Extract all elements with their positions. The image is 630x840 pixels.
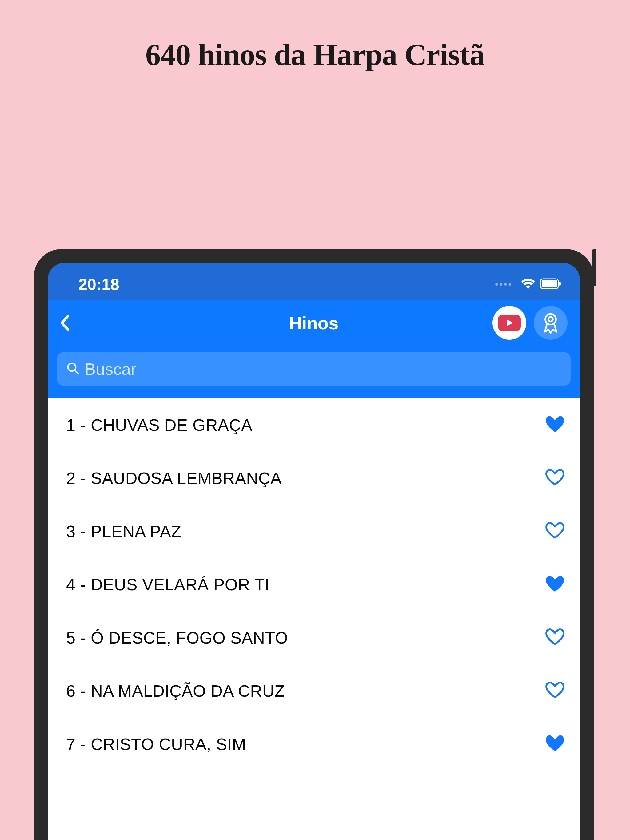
- youtube-button[interactable]: [492, 306, 526, 340]
- hymn-label: 7 - CRISTO CURA, SIM: [66, 734, 246, 753]
- hymn-label: 1 - CHUVAS DE GRAÇA: [66, 415, 253, 434]
- battery-icon: [540, 278, 561, 291]
- svg-rect-1: [542, 280, 557, 287]
- device-notch: [592, 249, 596, 286]
- device-frame: 20:18 •••• Hinos: [34, 249, 594, 840]
- page-title: Hinos: [289, 313, 339, 333]
- heart-filled-icon[interactable]: [545, 734, 565, 753]
- status-bar: 20:18 ••••: [47, 263, 580, 300]
- list-item[interactable]: 7 - CRISTO CURA, SIM: [47, 717, 580, 771]
- hymn-list: 1 - CHUVAS DE GRAÇA 2 - SAUDOSA LEMBRANÇ…: [47, 398, 580, 840]
- list-item[interactable]: 4 - DEUS VELARÁ POR TI: [47, 558, 580, 611]
- list-item[interactable]: 1 - CHUVAS DE GRAÇA: [47, 398, 580, 452]
- list-item[interactable]: 6 - NA MALDIÇÃO DA CRUZ: [47, 664, 580, 717]
- award-button[interactable]: [534, 306, 568, 340]
- hymn-label: 4 - DEUS VELARÁ POR TI: [66, 575, 269, 594]
- search-icon: [66, 362, 80, 376]
- list-item[interactable]: 2 - SAUDOSA LEMBRANÇA: [47, 452, 580, 505]
- heart-outline-icon[interactable]: [545, 469, 565, 488]
- back-button[interactable]: [60, 314, 78, 332]
- list-item[interactable]: 3 - PLENA PAZ: [47, 505, 580, 558]
- status-time: 20:18: [78, 275, 119, 294]
- heart-filled-icon[interactable]: [545, 415, 565, 434]
- heart-filled-icon[interactable]: [545, 575, 565, 594]
- svg-line-8: [75, 370, 78, 373]
- search-container: Buscar: [47, 346, 580, 398]
- heart-outline-icon[interactable]: [545, 628, 565, 647]
- hymn-label: 3 - PLENA PAZ: [66, 522, 182, 541]
- svg-point-6: [548, 317, 553, 322]
- headline: 640 hinos da Harpa Cristã: [0, 0, 630, 72]
- heart-outline-icon[interactable]: [545, 681, 565, 700]
- hymn-label: 2 - SAUDOSA LEMBRANÇA: [66, 469, 282, 488]
- screen: 20:18 •••• Hinos: [47, 263, 580, 840]
- status-icons: ••••: [495, 276, 561, 292]
- wifi-icon: [521, 276, 535, 292]
- hymn-label: 5 - Ó DESCE, FOGO SANTO: [66, 628, 288, 647]
- heart-outline-icon[interactable]: [545, 522, 565, 541]
- search-placeholder: Buscar: [85, 359, 136, 379]
- list-item[interactable]: 5 - Ó DESCE, FOGO SANTO: [47, 611, 580, 664]
- more-dots-icon: ••••: [495, 279, 513, 290]
- nav-bar: Hinos: [47, 300, 580, 346]
- nav-actions: [492, 306, 568, 340]
- svg-rect-2: [559, 282, 561, 286]
- hymn-label: 6 - NA MALDIÇÃO DA CRUZ: [66, 681, 285, 700]
- search-input[interactable]: Buscar: [57, 352, 571, 386]
